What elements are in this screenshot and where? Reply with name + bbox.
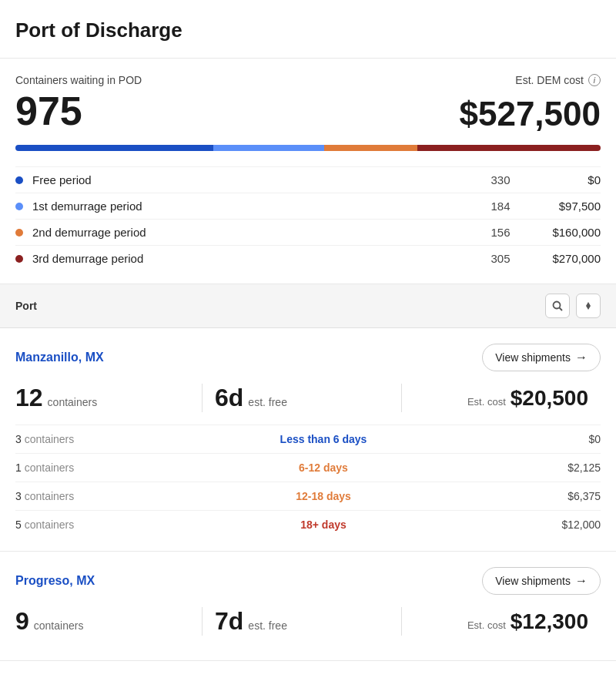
port-card-header: Progreso, MXView shipments→ [15,567,601,595]
port-name: Progreso, MX [15,574,95,588]
est-dem-label-group: Est. DEM cost i [515,74,601,86]
legend-dot [15,203,23,210]
legend-label: 1st demurrage period [32,200,477,213]
metric-est-free: 7d est. free [203,607,402,636]
view-shipments-label: View shipments [495,575,571,587]
containers-num: 3 [15,433,22,445]
summary-header: Containers waiting in POD Est. DEM cost … [15,74,601,86]
containers-unit: containers [48,396,98,408]
metrics-row: 12 containers 6d est. free Est. cost $20… [15,384,601,412]
est-cost-label: Est. cost [467,396,506,408]
legend-count: 330 [477,173,524,186]
legend-count: 184 [477,200,524,213]
metrics-row: 9 containers 7d est. free Est. cost $12,… [15,607,601,636]
metric-containers: 12 containers [15,384,203,412]
containers-waiting-label: Containers waiting in POD [15,74,142,86]
legend-cost: $97,500 [524,200,601,213]
detail-cost: $0 [539,433,601,445]
detail-containers: 1 containers [15,461,108,474]
est-cost-value: $12,300 [511,609,588,634]
summary-section: Containers waiting in POD Est. DEM cost … [0,59,616,284]
svg-marker-2 [586,302,591,306]
metric-est-cost: Est. cost $20,500 [402,386,601,411]
info-icon[interactable]: i [588,74,601,86]
containers-num: 3 [15,490,22,502]
legend-cost: $160,000 [524,226,601,239]
demurrage-progress-bar [15,145,601,151]
svg-line-1 [560,308,563,311]
legend-label: 2nd demurrage period [32,226,477,239]
arrow-icon: → [575,351,588,364]
containers-unit: containers [34,619,84,632]
est-cost-value: $20,500 [511,386,588,411]
detail-cost: $12,000 [539,519,601,531]
detail-cost: $2,125 [539,461,601,474]
port-card: Manzanillo, MXView shipments→ 12 contain… [0,328,616,552]
legend-dot [15,255,23,263]
containers-count: 12 [15,384,43,412]
detail-cost: $6,375 [539,490,601,502]
containers-num: 5 [15,519,22,531]
port-filter-label: Port [15,300,37,312]
legend-row: Free period330$0 [15,166,601,193]
containers-count: 9 [15,607,29,636]
est-dem-label: Est. DEM cost [515,74,584,86]
detail-period: 18+ days [108,519,539,531]
port-card-header: Manzanillo, MXView shipments→ [15,344,601,371]
legend-cost: $0 [524,173,601,186]
view-shipments-button[interactable]: View shipments→ [482,344,601,371]
containers-count: 975 [15,91,82,131]
detail-row: 3 containers12-18 days$6,375 [15,482,601,510]
legend-count: 305 [477,252,524,265]
progress-segment [213,145,324,151]
port-filter-bar: Port [0,284,616,328]
detail-row: 5 containers18+ days$12,000 [15,510,601,539]
est-free-days: 6d [215,384,243,412]
legend-dot [15,229,23,237]
metric-est-cost: Est. cost $12,300 [402,609,601,634]
legend-count: 156 [477,226,524,239]
port-name: Manzanillo, MX [15,351,104,364]
detail-period: Less than 6 days [108,433,539,445]
view-shipments-label: View shipments [495,351,571,364]
arrow-icon: → [575,574,588,588]
progress-segment [324,145,418,151]
metric-est-free: 6d est. free [203,384,402,412]
est-free-label: est. free [248,619,287,632]
legend-cost: $270,000 [524,252,601,265]
metric-containers: 9 containers [15,607,203,636]
detail-containers: 5 containers [15,519,108,531]
progress-segment [417,145,601,151]
est-cost-label: Est. cost [467,619,506,631]
detail-containers: 3 containers [15,490,108,502]
page-title: Port of Discharge [0,0,616,59]
detail-row: 3 containersLess than 6 days$0 [15,425,601,453]
detail-period: 6-12 days [108,461,539,474]
detail-row: 1 containers6-12 days$2,125 [15,453,601,482]
legend-row: 3rd demurrage period305$270,000 [15,245,601,271]
search-button[interactable] [545,294,570,318]
sort-button[interactable] [576,294,601,318]
est-free-label: est. free [248,396,287,408]
ports-list: Manzanillo, MXView shipments→ 12 contain… [0,328,616,661]
containers-num: 1 [15,461,22,474]
legend-label: Free period [32,173,477,186]
est-free-days: 7d [215,607,243,636]
port-card: Progreso, MXView shipments→ 9 containers… [0,552,616,661]
est-dem-cost: $527,500 [459,97,601,131]
legend-row: 1st demurrage period184$97,500 [15,193,601,219]
detail-period: 12-18 days [108,490,539,502]
legend-row: 2nd demurrage period156$160,000 [15,219,601,245]
view-shipments-button[interactable]: View shipments→ [482,567,601,595]
port-filter-icons [545,294,601,318]
progress-segment [15,145,213,151]
legend-label: 3rd demurrage period [32,252,477,265]
legend-dot [15,176,23,184]
detail-containers: 3 containers [15,433,108,445]
legend: Free period330$01st demurrage period184$… [15,166,601,271]
svg-marker-3 [586,306,591,310]
svg-point-0 [554,302,561,309]
summary-values: 975 $527,500 [15,91,601,131]
